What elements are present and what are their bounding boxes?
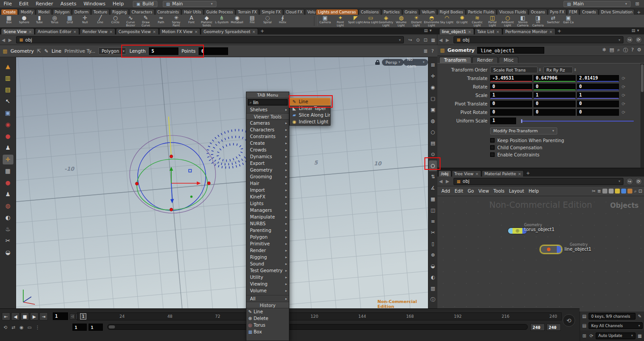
- color-palette-icon[interactable]: [615, 189, 620, 194]
- node-name-field[interactable]: line_object1: [477, 47, 544, 54]
- chevron-down-icon[interactable]: ▾: [637, 28, 640, 33]
- shelf-tool-metaball[interactable]: ◉Metaball: [229, 15, 245, 27]
- node-name[interactable]: line_object1: [564, 247, 591, 252]
- close-icon[interactable]: ×: [252, 29, 256, 34]
- forward-icon[interactable]: ▶: [444, 38, 451, 42]
- split-view-icon[interactable]: ◫: [429, 205, 437, 216]
- shelf-tab-create[interactable]: Create: [1, 9, 18, 15]
- shelf-tool-path[interactable]: ≈Path: [153, 15, 169, 27]
- shelf-tab-terrain-fx[interactable]: Terrain FX: [236, 9, 259, 15]
- close-icon[interactable]: ×: [468, 29, 471, 34]
- shelf-tab-hair-utils[interactable]: Hair Utils: [182, 9, 203, 15]
- shelf-tool-tube[interactable]: ▮Tube: [32, 15, 47, 27]
- checkbox-enable-constraints[interactable]: [490, 152, 495, 157]
- follow-node-icon[interactable]: ↪: [626, 178, 633, 185]
- netmenu-edit[interactable]: Edit: [452, 189, 465, 194]
- teapot-tool-icon[interactable]: ♨: [3, 224, 13, 234]
- shelf-tool-sphere[interactable]: ●Sphere: [17, 15, 32, 27]
- refresh-icon[interactable]: ⟳: [635, 36, 642, 43]
- list-layout-icon[interactable]: [609, 189, 614, 194]
- shelf-tool-switcher[interactable]: ⇄Switcher: [546, 15, 561, 27]
- pane-tab-motion-fx-view[interactable]: Motion FX View×: [159, 28, 200, 34]
- shelf-tool-stereo-camera[interactable]: ◧Stereo Camera: [515, 15, 530, 27]
- help-icon[interactable]: ?: [631, 47, 634, 54]
- close-icon[interactable]: ×: [153, 29, 156, 34]
- layout-icon[interactable]: ▦: [429, 38, 437, 42]
- shelf-tool-spiral[interactable]: ◌Spiral: [260, 15, 275, 27]
- globe-tool-icon[interactable]: ◐: [3, 213, 13, 223]
- view-menu-icon[interactable]: ≡: [429, 216, 437, 227]
- viewport-canvas[interactable]: -10 5 10: [16, 57, 428, 308]
- modify-pretransform-button[interactable]: Modify Pre-Transform ▾: [490, 127, 557, 135]
- param-menu-icon[interactable]: ⟳: [622, 101, 625, 106]
- shelf-tab-particle-fluids[interactable]: Particle Fluids: [466, 9, 497, 15]
- shelf-tab-constraints[interactable]: Constraints: [155, 9, 182, 15]
- shelf-tab-crowds[interactable]: Crowds: [580, 9, 598, 15]
- scene-viewport[interactable]: -10 5 10: [16, 57, 428, 308]
- shelf-tool-ambient-light[interactable]: ○Ambient Light: [500, 15, 515, 27]
- shelf-tab-rigging[interactable]: Rigging: [110, 9, 129, 15]
- scale-field-y[interactable]: 1: [534, 92, 576, 99]
- view-camera-icon[interactable]: ◉: [429, 82, 437, 93]
- template-display-icon[interactable]: ▯: [429, 239, 437, 249]
- pin-icon[interactable]: ↪: [407, 38, 414, 42]
- primitive-type-dropdown[interactable]: Polygon: [98, 47, 126, 55]
- rotate-field-y[interactable]: 0: [534, 84, 576, 90]
- info-icon[interactable]: ⓘ: [623, 47, 628, 54]
- tabmenu-item-all[interactable]: All▸: [246, 295, 289, 302]
- pane-tab-performance-monitor[interactable]: Performance Monitor×: [503, 28, 555, 34]
- shelf-tab-fem[interactable]: FEM: [567, 9, 580, 15]
- tabmenu-item-test-geometry[interactable]: Test Geometry▸: [246, 267, 289, 274]
- prev-key-button[interactable]: ◁: [70, 313, 75, 320]
- shelf-tool-camera[interactable]: ▣Camera: [318, 15, 333, 27]
- current-frame-field[interactable]: 1: [53, 312, 68, 320]
- translate-field-z[interactable]: 2.01419: [577, 75, 619, 82]
- close-icon[interactable]: ×: [496, 29, 500, 34]
- tabmenu-item-lights[interactable]: Lights▸: [246, 200, 289, 207]
- tabmenu-item-import[interactable]: Import▸: [246, 187, 289, 194]
- pot-tool-icon[interactable]: ◒: [3, 248, 13, 257]
- menu-windows[interactable]: Windows: [80, 0, 109, 8]
- tabmenu-item-torus[interactable]: ◎Torus: [246, 322, 289, 328]
- shelf-tab-guide-process[interactable]: Guide Process: [204, 9, 235, 15]
- shelf-tool-line[interactable]: ╱Line: [93, 15, 108, 27]
- forward-icon[interactable]: ▶: [7, 38, 13, 42]
- shelf-tool-box[interactable]: ▦Box: [1, 15, 17, 27]
- tabmenu-item-crowds[interactable]: Crowds▸: [246, 147, 289, 153]
- tab-misc[interactable]: Misc: [499, 57, 518, 63]
- normals-display-icon[interactable]: ⇅: [429, 172, 437, 182]
- update-mode-dropdown[interactable]: Auto Update ▾: [596, 333, 636, 339]
- shelf-tool-curve-bezier[interactable]: ∿Curve Bezier: [123, 15, 138, 27]
- lock-camera-icon[interactable]: ▣: [429, 105, 437, 115]
- tabmenu-item-kinefx[interactable]: KineFX▸: [246, 194, 289, 200]
- pencil-icon[interactable]: ✎: [637, 314, 643, 319]
- uniform-scale-slider[interactable]: [521, 121, 634, 122]
- shelf-tab-viscous-fluids[interactable]: Viscous Fluids: [497, 9, 528, 15]
- spinner-icon[interactable]: ⇕: [538, 68, 542, 72]
- uniform-scale-field[interactable]: 1: [490, 118, 516, 124]
- tabmenu-item-render[interactable]: Render▸: [246, 247, 289, 254]
- character-tool-icon[interactable]: ♟: [3, 143, 13, 153]
- desktop-main-selector[interactable]: ▤ Main ▾: [163, 1, 216, 7]
- checkbox-keep-position-when-parenting[interactable]: [490, 138, 495, 143]
- menu-file[interactable]: File: [0, 0, 15, 8]
- shelf-tab-vellum[interactable]: Vellum: [419, 9, 437, 15]
- playback-end-field[interactable]: 240: [530, 324, 545, 331]
- shelf-tab-grains[interactable]: Grains: [402, 9, 419, 15]
- length-field[interactable]: 5: [149, 47, 178, 55]
- secure-selection-icon[interactable]: ▣: [3, 108, 13, 118]
- add-shelf-tab-button[interactable]: +: [635, 10, 642, 15]
- range-slider[interactable]: [107, 324, 528, 330]
- node-name[interactable]: torus_object1: [524, 227, 555, 232]
- pane-layout-icon[interactable]: ⊞: [429, 60, 437, 71]
- frame-icon[interactable]: ⊡: [422, 38, 429, 42]
- submenu-item-slice-along-line[interactable]: ▰Slice Along Line: [290, 112, 330, 118]
- refresh-icon[interactable]: ⟳: [635, 178, 642, 185]
- shelf-tab-pyro-fx[interactable]: Pyro FX: [548, 9, 567, 15]
- pane-tab-animation-editor[interactable]: Animation Editor×: [35, 28, 79, 34]
- back-icon[interactable]: ◀: [437, 179, 444, 184]
- freeze-icon[interactable]: ❄: [602, 47, 606, 54]
- tabmenu-item-constraints[interactable]: Constraints▸: [246, 133, 289, 140]
- texture-display-icon[interactable]: ▤: [429, 138, 437, 149]
- netmenu-view[interactable]: View: [476, 189, 491, 194]
